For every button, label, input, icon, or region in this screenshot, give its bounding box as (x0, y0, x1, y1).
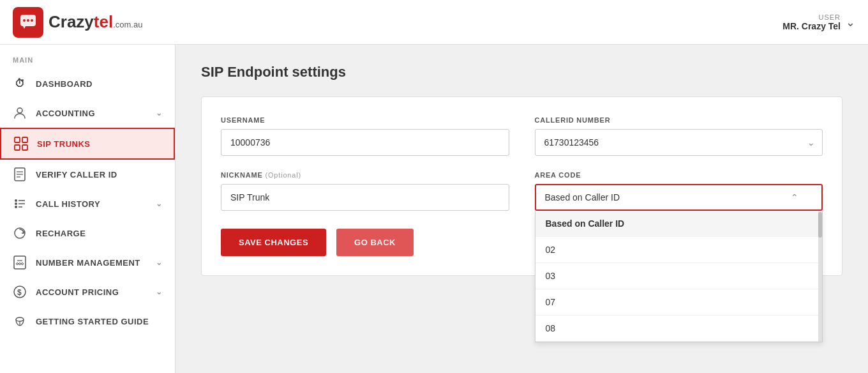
sidebar-item-verify-caller-id[interactable]: VERIFY CALLER ID (0, 160, 175, 189)
svg-point-5 (17, 108, 22, 113)
svg-point-14 (15, 199, 17, 202)
sidebar-item-account-pricing[interactable]: $ ACCOUNT PRICING ⌄ (0, 277, 175, 307)
username-group: USERNAME (221, 116, 509, 156)
areacode-option-02[interactable]: 02 (535, 237, 823, 263)
logo: Crazy tel .com.au (13, 7, 142, 38)
areacode-option-03[interactable]: 03 (535, 263, 823, 289)
sidebar-main-label: MAIN (0, 45, 175, 69)
areacode-dropdown-trigger[interactable]: Based on Caller ID ⌃ (535, 184, 823, 211)
callerid-label: CALLERID NUMBER (535, 116, 823, 124)
dashboard-icon: ⏱ (13, 77, 27, 91)
sidebar-item-label: SIP TRUNKS (37, 139, 91, 149)
areacode-option-07[interactable]: 07 (535, 289, 823, 316)
user-label: USER (782, 13, 841, 21)
svg-point-24 (19, 263, 21, 265)
call-history-icon (13, 197, 27, 211)
user-dropdown-icon[interactable]: ⌄ (846, 15, 855, 29)
main-content: SIP Endpoint settings USERNAME CALLERID … (176, 45, 868, 373)
sidebar-item-sip-trunks[interactable]: SIP TRUNKS (0, 128, 175, 160)
svg-point-25 (22, 263, 24, 265)
verify-caller-icon (13, 167, 27, 181)
logo-text-crazy: Crazy (49, 12, 94, 32)
logo-domain: .com.au (113, 20, 142, 29)
dropdown-scrollbar (818, 211, 822, 342)
layout: MAIN ⏱ DASHBOARD ACCOUNTING ⌄ (0, 45, 868, 373)
svg-rect-9 (22, 145, 27, 150)
save-changes-button[interactable]: SAVE CHANGES (221, 229, 326, 256)
areacode-option-08[interactable]: 08 (535, 316, 823, 342)
callerid-group: CALLERID NUMBER 61730123456 ⌄ (535, 116, 823, 156)
svg-point-18 (15, 206, 17, 208)
nickname-label: NICKNAME (Optional) (221, 171, 509, 179)
number-management-icon (13, 255, 27, 270)
nickname-input[interactable] (221, 184, 509, 211)
svg-point-1 (23, 19, 26, 22)
sidebar-item-label: ACCOUNTING (36, 109, 95, 118)
dropdown-scrollbar-thumb (818, 212, 822, 238)
chevron-down-icon: ⌄ (156, 109, 163, 118)
svg-rect-7 (22, 137, 27, 142)
sidebar-item-getting-started[interactable]: GETTING STARTED GUIDE (0, 307, 175, 336)
go-back-button[interactable]: GO BACK (336, 229, 414, 256)
svg-rect-6 (15, 137, 20, 142)
recharge-icon (13, 226, 27, 240)
svg-rect-8 (15, 145, 20, 150)
form-grid: USERNAME CALLERID NUMBER 61730123456 ⌄ (221, 116, 823, 211)
accounting-icon (13, 106, 27, 120)
header: Crazy tel .com.au USER MR. Crazy Tel ⌄ (0, 0, 868, 45)
username-label: USERNAME (221, 116, 509, 124)
sidebar-item-label: RECHARGE (36, 229, 86, 238)
sidebar-item-accounting[interactable]: ACCOUNTING ⌄ (0, 98, 175, 128)
svg-text:$: $ (17, 288, 22, 297)
getting-started-icon (13, 314, 27, 328)
settings-card: USERNAME CALLERID NUMBER 61730123456 ⌄ (201, 96, 842, 276)
callerid-select[interactable]: 61730123456 (535, 129, 823, 156)
sidebar: MAIN ⏱ DASHBOARD ACCOUNTING ⌄ (0, 45, 176, 373)
sidebar-item-label: GETTING STARTED GUIDE (36, 317, 149, 326)
logo-icon (13, 7, 43, 38)
sidebar-item-label: NUMBER MANAGEMENT (36, 258, 140, 268)
chevron-down-icon: ⌄ (156, 287, 163, 296)
areacode-label: AREA CODE (535, 171, 823, 179)
sip-trunks-icon (14, 137, 28, 151)
chevron-down-icon: ⌄ (156, 258, 163, 267)
account-pricing-icon: $ (13, 285, 27, 299)
areacode-dropdown-container: Based on Caller ID ⌃ Based on Caller ID … (535, 184, 823, 211)
page-title: SIP Endpoint settings (201, 64, 842, 80)
user-name: MR. Crazy Tel (782, 21, 841, 31)
sidebar-item-recharge[interactable]: RECHARGE (0, 218, 175, 248)
svg-marker-4 (23, 26, 26, 29)
areacode-option-based-on-caller-id[interactable]: Based on Caller ID (535, 211, 823, 237)
logo-text-tel: tel (94, 12, 113, 32)
sidebar-item-label: CALL HISTORY (36, 199, 100, 209)
sidebar-item-call-history[interactable]: CALL HISTORY ⌄ (0, 189, 175, 218)
callerid-select-wrapper: 61730123456 ⌄ (535, 129, 823, 156)
areacode-arrow-up-icon: ⌃ (791, 192, 798, 202)
sidebar-item-label: DASHBOARD (36, 79, 93, 89)
sidebar-item-dashboard[interactable]: ⏱ DASHBOARD (0, 69, 175, 98)
sidebar-item-label: VERIFY CALLER ID (36, 170, 117, 179)
svg-point-2 (27, 19, 29, 22)
areacode-selected-value: Based on Caller ID (545, 192, 620, 202)
sidebar-item-label: ACCOUNT PRICING (36, 287, 119, 297)
user-section: USER MR. Crazy Tel ⌄ (782, 13, 855, 31)
areacode-group: AREA CODE Based on Caller ID ⌃ Based on … (535, 171, 823, 211)
svg-point-16 (15, 202, 17, 205)
nickname-group: NICKNAME (Optional) (221, 171, 509, 211)
sidebar-item-number-management[interactable]: NUMBER MANAGEMENT ⌄ (0, 248, 175, 277)
chevron-down-icon: ⌄ (156, 199, 163, 208)
username-input[interactable] (221, 129, 509, 156)
svg-point-28 (16, 317, 24, 321)
nickname-optional: (Optional) (266, 171, 301, 179)
svg-point-3 (31, 19, 33, 22)
areacode-dropdown-list: Based on Caller ID 02 03 07 08 (535, 211, 823, 342)
svg-point-23 (17, 263, 19, 265)
